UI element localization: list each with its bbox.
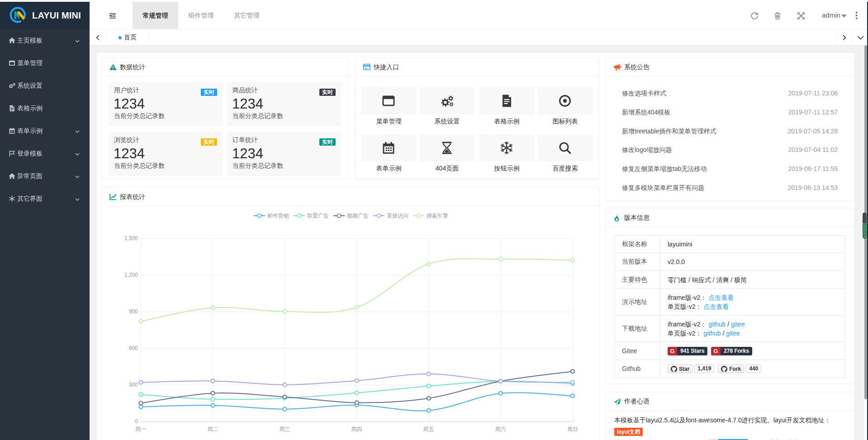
svg-text:1,200: 1,200 — [124, 272, 138, 278]
svg-text:周日: 周日 — [567, 426, 578, 432]
svg-text:周五: 周五 — [423, 426, 434, 432]
svg-text:900: 900 — [129, 308, 138, 315]
svg-text:600: 600 — [129, 345, 138, 351]
svg-text:1,500: 1,500 — [124, 235, 138, 241]
svg-text:周一: 周一 — [135, 426, 146, 432]
svg-text:300: 300 — [129, 382, 138, 388]
svg-text:周六: 周六 — [495, 426, 506, 432]
svg-text:周四: 周四 — [351, 426, 362, 432]
svg-text:0: 0 — [135, 418, 138, 425]
svg-text:周二: 周二 — [208, 426, 218, 432]
svg-text:周三: 周三 — [280, 426, 290, 432]
